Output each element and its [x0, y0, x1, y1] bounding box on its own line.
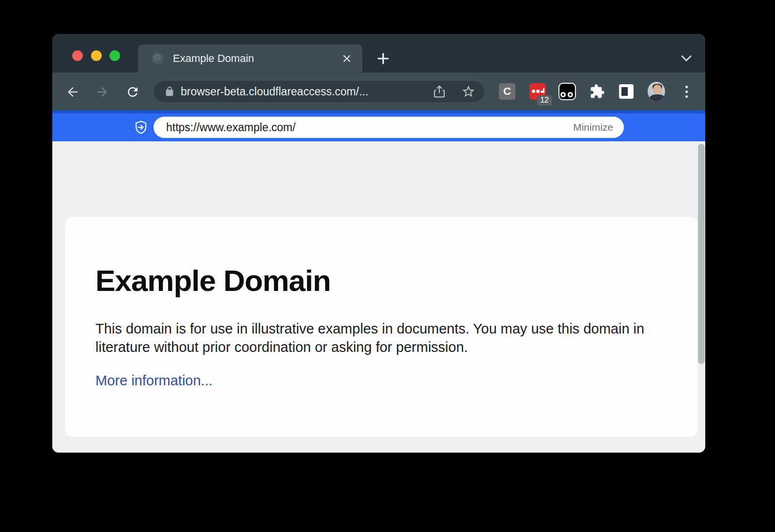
panel-icon [619, 84, 634, 99]
more-information-link[interactable]: More information... [95, 373, 213, 389]
extension-c-label: C [499, 83, 515, 100]
page-title: Example Domain [95, 263, 331, 298]
globe-placeholder-icon [152, 53, 164, 64]
isolation-bar: https://www.example.com/ Minimize [52, 110, 705, 141]
extension-red-dots-icon[interactable]: 12 [529, 83, 546, 100]
isolation-url-field[interactable]: https://www.example.com/ Minimize [154, 117, 624, 138]
active-tab[interactable]: Example Domain [138, 45, 362, 73]
address-bar[interactable]: browser-beta.cloudflareaccess.com/... [154, 81, 484, 102]
red-dots-icon: 12 [529, 83, 546, 100]
macos-minimize-button[interactable] [91, 50, 102, 61]
forward-icon[interactable] [94, 84, 110, 100]
share-icon[interactable] [432, 84, 447, 99]
content-card: Example Domain This domain is for use in… [65, 217, 698, 437]
goggles-icon [558, 83, 576, 100]
chevron-down-icon[interactable] [679, 52, 694, 65]
screenshot-canvas: Example Domain [0, 0, 775, 532]
extensions-puzzle-icon[interactable] [589, 83, 606, 100]
side-panel-icon[interactable] [618, 83, 635, 100]
lock-icon[interactable] [164, 86, 175, 97]
tab-strip: Example Domain [52, 34, 705, 73]
extension-c-icon[interactable]: C [498, 83, 516, 100]
vertical-scrollbar[interactable] [698, 144, 705, 364]
kebab-menu-icon[interactable] [678, 83, 695, 100]
close-icon[interactable] [341, 53, 353, 64]
reload-icon[interactable] [125, 84, 140, 100]
browser-toolbar: browser-beta.cloudflareaccess.com/... C [52, 73, 705, 110]
browser-window: Example Domain [52, 34, 705, 453]
minimize-button[interactable]: Minimize [573, 122, 613, 133]
page-paragraph: This domain is for use in illustrative e… [95, 319, 657, 356]
extension-badge: 12 [537, 95, 552, 106]
isolation-url-value[interactable]: https://www.example.com/ [166, 121, 573, 134]
star-icon[interactable] [461, 84, 476, 99]
shield-arrow-icon [134, 120, 148, 135]
plus-icon[interactable] [376, 51, 390, 66]
back-icon[interactable] [65, 84, 80, 100]
profile-avatar[interactable] [648, 83, 665, 100]
extension-goggles-icon[interactable] [558, 83, 576, 100]
avatar [648, 82, 665, 101]
tab-title: Example Domain [173, 45, 254, 73]
macos-zoom-button[interactable] [109, 50, 120, 61]
page-viewport: Example Domain This domain is for use in… [52, 141, 705, 453]
macos-close-button[interactable] [72, 50, 83, 61]
address-bar-url[interactable]: browser-beta.cloudflareaccess.com/... [181, 85, 432, 98]
